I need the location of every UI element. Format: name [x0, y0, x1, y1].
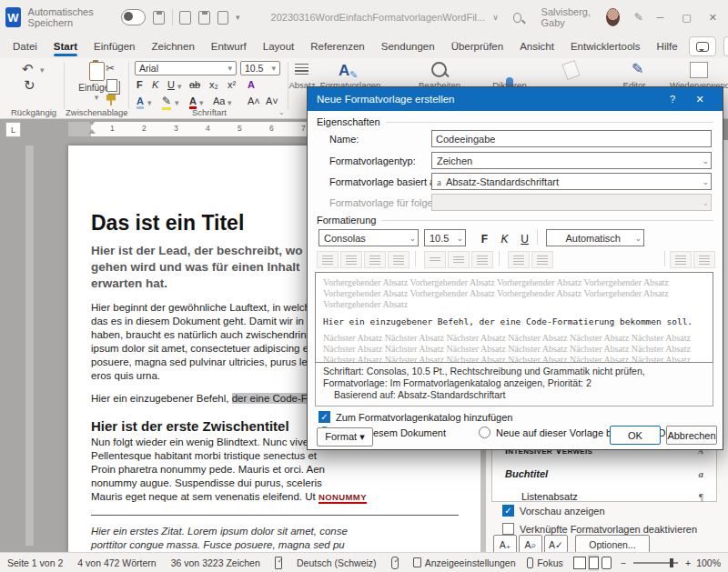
- name-input[interactable]: Codeeingabe: [431, 130, 712, 147]
- tab-einfuegen[interactable]: Einfügen: [86, 37, 142, 55]
- copy-icon[interactable]: [106, 79, 117, 92]
- based-on-combo[interactable]: aAbsatz-Standardschriftart ⌄: [431, 173, 712, 190]
- user-name[interactable]: Salvisberg, Gaby: [541, 6, 599, 28]
- subscript-button[interactable]: x₂: [209, 79, 218, 90]
- tab-layout[interactable]: Layout: [256, 37, 302, 55]
- char-count[interactable]: 36 von 3223 Zeichen: [171, 557, 260, 568]
- quick-save-icon[interactable]: [198, 11, 210, 25]
- superscript-button[interactable]: x²: [228, 79, 236, 90]
- underline-chevron-icon[interactable]: ▾: [177, 82, 182, 91]
- dialog-font-combo[interactable]: Consolas⌄: [318, 229, 419, 246]
- editing-group-icon[interactable]: [431, 62, 447, 77]
- ink-pen-icon[interactable]: ✎: [634, 11, 643, 24]
- change-case-chevron-icon[interactable]: ▾: [228, 98, 232, 107]
- disable-linked-checkbox[interactable]: Verknüpfte Formatvorlagen deaktivieren: [502, 523, 697, 535]
- language-indicator[interactable]: Deutsch (Schweiz): [297, 557, 377, 568]
- word-app-icon[interactable]: W: [5, 7, 21, 27]
- style-type-combo[interactable]: Zeichen⌄: [431, 152, 712, 169]
- indent-markers[interactable]: [87, 121, 96, 137]
- font-size-combo[interactable]: 10.5▾: [240, 61, 280, 75]
- reuse-files-icon[interactable]: [690, 62, 708, 78]
- styles-group-icon[interactable]: A: [339, 62, 349, 80]
- dialog-color-combo[interactable]: Automatisch⌄: [546, 229, 644, 246]
- minimize-button[interactable]: ─: [651, 12, 670, 23]
- tab-entwurf[interactable]: Entwurf: [204, 37, 254, 55]
- underline-button[interactable]: U: [167, 79, 175, 90]
- save-icon[interactable]: [153, 11, 165, 25]
- document-title[interactable]: 20230316WordEinfachFormatvorlagenWordFil…: [271, 12, 486, 23]
- add-to-gallery-checkbox[interactable]: ✓ Zum Formatvorlagenkatalog hinzufügen: [318, 411, 512, 423]
- strikethrough-button[interactable]: ab: [189, 79, 200, 90]
- word-count[interactable]: 4 von 472 Wörtern: [77, 557, 156, 568]
- avatar[interactable]: [606, 8, 620, 26]
- zoom-out-button[interactable]: −: [621, 557, 626, 568]
- close-button[interactable]: ✕: [703, 12, 723, 24]
- font-name-combo[interactable]: Arial▾: [135, 61, 237, 75]
- tab-selector[interactable]: L: [5, 122, 21, 137]
- bold-button[interactable]: F: [136, 79, 143, 90]
- format-menu-button[interactable]: Format ▾: [317, 427, 373, 447]
- dialog-bold-button[interactable]: F: [475, 229, 494, 248]
- tab-hilfe[interactable]: Hilfe: [650, 37, 685, 55]
- accessibility-icon[interactable]: [391, 557, 399, 569]
- quick-open-icon[interactable]: [217, 11, 229, 25]
- focus-button[interactable]: Fokus: [537, 557, 563, 568]
- search-icon[interactable]: [513, 13, 521, 23]
- tab-datei[interactable]: Datei: [5, 37, 45, 55]
- clipboard-dialog-launcher-icon[interactable]: ⌄: [122, 108, 128, 116]
- print-layout-button[interactable]: [588, 555, 600, 571]
- read-mode-button[interactable]: [573, 555, 586, 571]
- tab-ansicht[interactable]: Ansicht: [512, 37, 561, 55]
- autosave-toggle[interactable]: [121, 9, 147, 25]
- clear-formatting-button[interactable]: A: [248, 79, 255, 90]
- comments-button[interactable]: [689, 36, 716, 56]
- proofing-icon[interactable]: [275, 557, 282, 569]
- style-item-listenabsatz[interactable]: Listenabsatz ¶: [505, 491, 703, 502]
- cancel-button[interactable]: Abbrechen: [666, 426, 717, 445]
- undo-icon[interactable]: ↶: [22, 62, 34, 75]
- ok-button[interactable]: OK: [610, 426, 661, 445]
- show-preview-checkbox[interactable]: ✓ Vorschau anzeigen: [502, 505, 605, 517]
- customize-toolbar-icon[interactable]: ▾: [236, 13, 240, 22]
- cut-icon[interactable]: ✂: [106, 62, 115, 75]
- tab-sendungen[interactable]: Sendungen: [374, 37, 442, 55]
- dialog-underline-button[interactable]: U: [515, 229, 534, 248]
- title-chevron-icon[interactable]: ∨: [492, 13, 499, 22]
- editor-icon[interactable]: ✎: [632, 60, 643, 77]
- paragraph-group-icon[interactable]: [295, 64, 308, 75]
- tab-start[interactable]: Start: [46, 37, 85, 55]
- change-case-button[interactable]: Aa: [213, 95, 225, 106]
- highlight-chevron-icon[interactable]: ▾: [175, 98, 179, 107]
- tab-entwicklertools[interactable]: Entwicklertools: [563, 37, 648, 55]
- text-effects-chevron-icon[interactable]: ▾: [147, 98, 152, 107]
- tab-ueberpruefen[interactable]: Überprüfen: [444, 37, 511, 55]
- format-painter-icon[interactable]: [106, 95, 116, 105]
- italic-button[interactable]: K: [152, 79, 158, 90]
- dialog-title-bar[interactable]: Neue Formatvorlage erstellen ? ✕: [308, 87, 723, 111]
- sensitivity-icon[interactable]: [561, 60, 580, 80]
- zoom-slider-thumb[interactable]: [670, 558, 673, 567]
- vertical-ruler[interactable]: [25, 146, 34, 546]
- font-dialog-launcher-icon[interactable]: ⌄: [278, 108, 285, 116]
- dialog-close-button[interactable]: ✕: [686, 94, 713, 105]
- text-effects-button[interactable]: A: [136, 95, 144, 109]
- zoom-in-button[interactable]: +: [685, 557, 691, 568]
- web-layout-button[interactable]: [601, 555, 612, 571]
- dialog-italic-button[interactable]: K: [495, 229, 514, 248]
- shrink-font-button[interactable]: A˅: [266, 95, 278, 106]
- zoom-slider[interactable]: [633, 562, 678, 564]
- undo-chevron-icon[interactable]: ▾: [40, 65, 45, 75]
- tab-zeichnen[interactable]: Zeichnen: [144, 37, 201, 55]
- display-settings-button[interactable]: Anzeigeeinstellungen: [425, 557, 516, 568]
- dialog-help-button[interactable]: ?: [659, 94, 686, 105]
- dialog-size-combo[interactable]: 10.5⌄: [424, 229, 466, 246]
- quick-access-icon[interactable]: [179, 11, 191, 25]
- page-indicator[interactable]: Seite 1 von 2: [7, 557, 63, 568]
- grow-font-button[interactable]: A˄: [248, 95, 260, 106]
- editing-mode-button[interactable]: ✎ Bearbeitung ▾: [723, 36, 728, 56]
- zoom-level[interactable]: 100%: [696, 557, 721, 568]
- style-item-buchtitel[interactable]: Buchtitel a: [505, 468, 703, 479]
- maximize-button[interactable]: ▢: [677, 12, 696, 24]
- font-color-chevron-icon[interactable]: ▾: [199, 98, 204, 107]
- redo-icon[interactable]: ↻: [24, 78, 35, 92]
